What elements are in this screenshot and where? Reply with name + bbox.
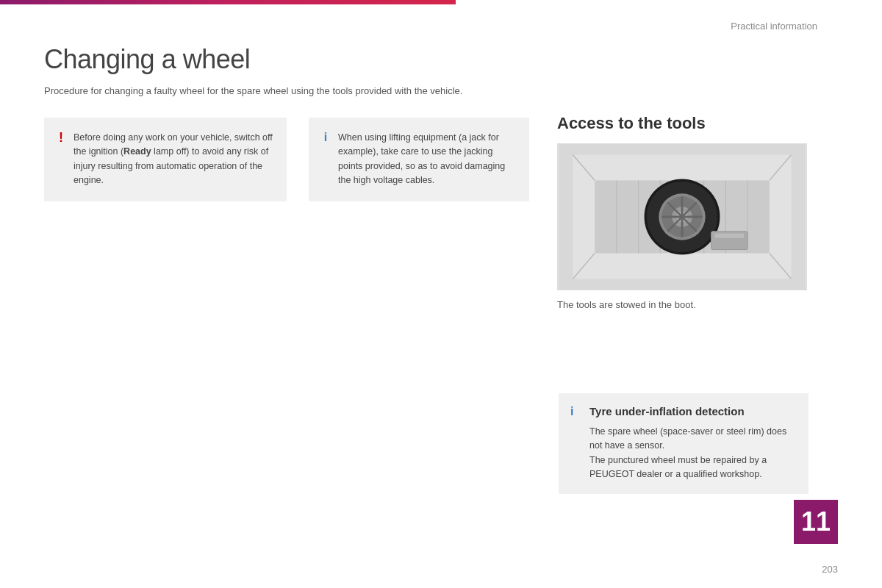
tyre-text-line1: The spare wheel (space-saver or steel ri… — [589, 426, 786, 451]
tyre-info-box: i Tyre under-inflation detection The spa… — [559, 393, 808, 494]
chapter-number: 11 — [794, 500, 838, 544]
section-label: Practical information — [731, 21, 817, 32]
tyre-info-title: Tyre under-inflation detection — [589, 405, 797, 417]
svg-rect-25 — [715, 234, 745, 238]
page-subtitle: Procedure for changing a faulty wheel fo… — [44, 85, 462, 96]
access-section-title: Access to the tools — [557, 114, 844, 133]
info-box: i When using lifting equipment (a jack f… — [309, 118, 529, 201]
page-number: 203 — [822, 564, 838, 575]
tyre-text-line2: The punctured wheel must be repaired by … — [589, 455, 767, 479]
tools-caption: The tools are stowed in the boot. — [557, 299, 844, 310]
warning-box: ! Before doing any work on your vehicle,… — [44, 118, 287, 201]
info-text: When using lifting equipment (a jack for… — [338, 131, 516, 188]
right-panel: Access to the tools — [557, 114, 844, 328]
warning-icon: ! — [54, 131, 68, 144]
top-accent-bar — [0, 0, 456, 4]
info-icon: i — [319, 131, 332, 144]
tyre-info-text: The spare wheel (space-saver or steel ri… — [589, 425, 797, 482]
tyre-info-icon: i — [570, 405, 573, 418]
page-title: Changing a wheel — [44, 44, 250, 75]
warning-text: Before doing any work on your vehicle, s… — [74, 131, 273, 188]
spare-wheel-image — [557, 143, 807, 290]
